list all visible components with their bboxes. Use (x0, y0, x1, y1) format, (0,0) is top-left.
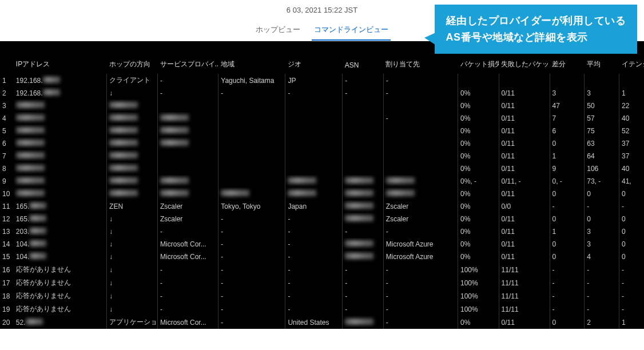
table-row[interactable]: 90%, -0/11, -0, -73, -41, (0, 175, 644, 188)
cell-region: - (218, 250, 285, 263)
cell-ip: 104. (14, 238, 107, 250)
cell-provider (158, 188, 218, 200)
cell-latency: 0 (619, 188, 645, 200)
table-row[interactable]: 2192.168.↓-----0%0/11331 (0, 87, 644, 100)
table-row[interactable]: 30%0/11475022 (0, 100, 644, 112)
cell-region (218, 137, 285, 150)
cell-region: - (218, 316, 285, 329)
table-row[interactable]: 2052.アプリケーションMicrosoft Cor...-United Sta… (0, 316, 644, 329)
cell-alloc: - (383, 276, 458, 289)
table-row[interactable]: 50%0/1167552 (0, 125, 644, 137)
cell-alloc: Zscaler (383, 200, 458, 213)
cell-avg: 3 (585, 225, 619, 238)
cell-idx: 5 (0, 125, 14, 137)
table-row[interactable]: 80%0/11910640 (0, 162, 644, 175)
th-provider[interactable]: サービスプロバイ... (158, 41, 218, 74)
table-row[interactable]: 4-0%0/1175740 (0, 112, 644, 125)
cell-failed (499, 74, 550, 87)
cell-ip (14, 175, 107, 188)
table-row[interactable]: 18応答がありません↓-----100%11/11--- (0, 289, 644, 303)
cell-geo: - (285, 263, 343, 276)
table-row[interactable]: 70%0/1116437 (0, 150, 644, 162)
table-row[interactable]: 19応答がありません↓-----100%11/11--- (0, 303, 644, 316)
cell-ip: 104. (14, 250, 107, 263)
cell-loss: 100% (458, 289, 499, 303)
cell-geo (285, 188, 343, 200)
cell-region: Yaguchi, Saitama (218, 74, 285, 87)
cell-alloc: - (383, 303, 458, 316)
cell-idx: 12 (0, 213, 14, 225)
tab-hop-view[interactable]: ホップビュー (253, 21, 303, 41)
cell-latency: 37 (619, 137, 645, 150)
cell-ip: 165. (14, 200, 107, 213)
cell-idx: 6 (0, 137, 14, 150)
table-row[interactable]: 17応答がありません↓-----100%11/11--- (0, 276, 644, 289)
cell-geo: United States (285, 316, 343, 329)
cell-region (218, 100, 285, 112)
cell-latency: - (619, 276, 645, 289)
cell-avg: 2 (585, 316, 619, 329)
cell-ip: 192.168. (14, 87, 107, 100)
cell-avg: 0 (585, 188, 619, 200)
cell-direction (107, 112, 158, 125)
cell-failed: 0/11, - (499, 175, 550, 188)
table-row[interactable]: 14104.↓Microsoft Cor...--Microsoft Azure… (0, 238, 644, 250)
cell-diff: - (550, 263, 585, 276)
cell-idx: 9 (0, 175, 14, 188)
cell-alloc: - (383, 289, 458, 303)
cell-avg: 3 (585, 87, 619, 100)
table-row[interactable]: 100%0/11000 (0, 188, 644, 200)
cell-asn (343, 150, 384, 162)
cell-direction: ↓ (107, 213, 158, 225)
cell-region: - (218, 213, 285, 225)
cell-direction (107, 150, 158, 162)
cell-provider: - (158, 303, 218, 316)
cell-loss: 100% (458, 303, 499, 316)
cell-alloc: - (383, 225, 458, 238)
tab-commandline-view[interactable]: コマンドラインビュー (312, 21, 391, 41)
cell-ip (14, 100, 107, 112)
cell-idx: 11 (0, 200, 14, 213)
cell-idx: 16 (0, 263, 14, 276)
th-region[interactable]: 地域 (218, 41, 285, 74)
table-row[interactable]: 60%0/1106337 (0, 137, 644, 150)
cell-asn (343, 200, 384, 213)
cell-latency: - (619, 263, 645, 276)
table-row[interactable]: 16応答がありません↓-----100%11/11--- (0, 263, 644, 276)
cell-alloc (383, 150, 458, 162)
table-row[interactable]: 13203.↓-----0%0/11130 (0, 225, 644, 238)
cell-avg: - (585, 200, 619, 213)
cell-avg: 64 (585, 150, 619, 162)
cell-latency: 0 (619, 238, 645, 250)
cell-avg: - (585, 303, 619, 316)
cell-latency: 0 (619, 250, 645, 263)
cell-avg: 57 (585, 112, 619, 125)
cell-idx: 19 (0, 303, 14, 316)
cell-provider (158, 100, 218, 112)
cell-idx: 3 (0, 100, 14, 112)
table-row[interactable]: 12165.↓Zscaler--Zscaler0%0/11000 (0, 213, 644, 225)
th-direction[interactable]: ホップの方向 (107, 41, 158, 74)
table-row[interactable]: 11165.ZENZscalerTokyo, TokyoJapanZscaler… (0, 200, 644, 213)
th-asn[interactable]: ASN (343, 41, 384, 74)
cell-region (218, 175, 285, 188)
th-ip[interactable]: IPアドレス (14, 41, 107, 74)
cell-ip (14, 162, 107, 175)
table-row[interactable]: 15104.↓Microsoft Cor...--Microsoft Azure… (0, 250, 644, 263)
cell-geo: - (285, 225, 343, 238)
cell-geo: JP (285, 74, 343, 87)
cell-loss: 0% (458, 250, 499, 263)
cell-asn (343, 238, 384, 250)
cell-direction (107, 162, 158, 175)
cell-provider: Microsoft Cor... (158, 238, 218, 250)
cell-failed: 0/11 (499, 112, 550, 125)
cell-provider: - (158, 74, 218, 87)
cell-avg: 4 (585, 250, 619, 263)
th-geo[interactable]: ジオ (285, 41, 343, 74)
cell-region (218, 162, 285, 175)
table-row[interactable]: 1192.168.クライアント-Yaguchi, SaitamaJP-- (0, 74, 644, 87)
cell-asn (343, 137, 384, 150)
cell-alloc: - (383, 316, 458, 329)
cell-failed: 0/11 (499, 150, 550, 162)
cell-latency (619, 74, 645, 87)
